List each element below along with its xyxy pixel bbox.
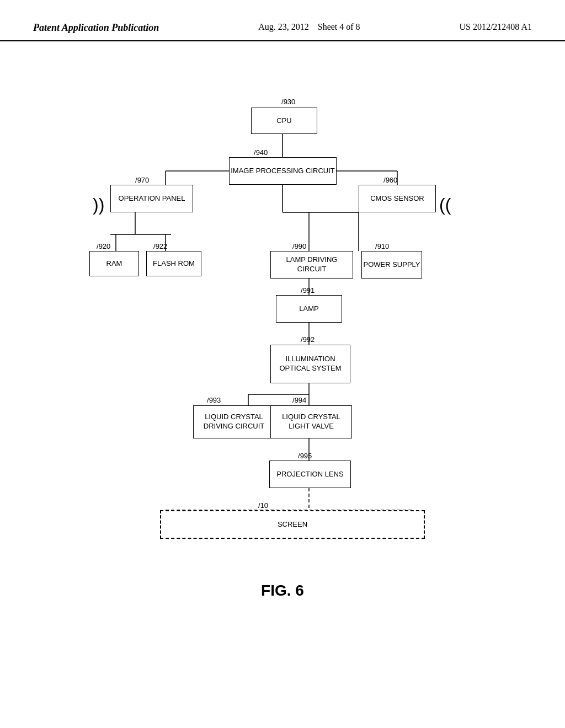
sheet-info: Sheet 4 of 8	[318, 22, 360, 31]
power-supply-box: POWER SUPPLY	[361, 251, 422, 279]
flash-rom-box: FLASH ROM	[146, 251, 201, 276]
screen-box: SCREEN	[160, 510, 425, 539]
cpu-box: CPU	[251, 108, 317, 134]
left-bracket: ))	[93, 195, 104, 215]
right-bracket: ((	[439, 195, 451, 215]
projection-lens-ref: /995	[298, 452, 312, 460]
operation-panel-ref: /970	[135, 176, 149, 184]
cpu-ref: /930	[281, 98, 295, 106]
figure-caption: FIG. 6	[0, 582, 565, 599]
lamp-driving-box: LAMP DRIVING CIRCUIT	[270, 251, 353, 279]
lc-driving-box: LIQUID CRYSTAL DRIVING CIRCUIT	[193, 405, 275, 438]
illumination-ref: /992	[301, 335, 315, 344]
page-header: Patent Application Publication Aug. 23, …	[0, 0, 565, 41]
screen-ref: /10	[258, 501, 268, 510]
publication-date: Aug. 23, 2012	[258, 22, 309, 31]
projection-lens-box: PROJECTION LENS	[269, 461, 351, 488]
power-supply-ref: /910	[375, 242, 389, 250]
ram-box: RAM	[89, 251, 139, 276]
lc-light-valve-ref: /994	[292, 396, 306, 404]
lamp-box: LAMP	[276, 295, 342, 323]
image-processing-ref: /940	[254, 148, 268, 157]
cmos-sensor-ref: /960	[383, 176, 397, 184]
patent-number: US 2012/212408 A1	[459, 22, 532, 32]
lc-driving-ref: /993	[207, 396, 221, 404]
flash-rom-ref: /922	[153, 242, 167, 250]
publication-date-sheet: Aug. 23, 2012 Sheet 4 of 8	[258, 22, 360, 32]
lamp-driving-ref: /990	[292, 242, 306, 250]
illumination-box: ILLUMINATION OPTICAL SYSTEM	[270, 345, 350, 383]
operation-panel-box: OPERATION PANEL	[110, 185, 193, 212]
image-processing-box: IMAGE PROCESSING CIRCUIT	[229, 157, 337, 185]
ram-ref: /920	[97, 242, 110, 250]
publication-title: Patent Application Publication	[33, 22, 159, 34]
cmos-sensor-box: CMOS SENSOR	[359, 185, 436, 212]
lamp-ref: /991	[301, 286, 315, 295]
lc-light-valve-box: LIQUID CRYSTAL LIGHT VALVE	[270, 405, 352, 438]
connection-lines	[0, 74, 565, 571]
diagram-area: CPU /930 IMAGE PROCESSING CIRCUIT /940 O…	[0, 74, 565, 571]
